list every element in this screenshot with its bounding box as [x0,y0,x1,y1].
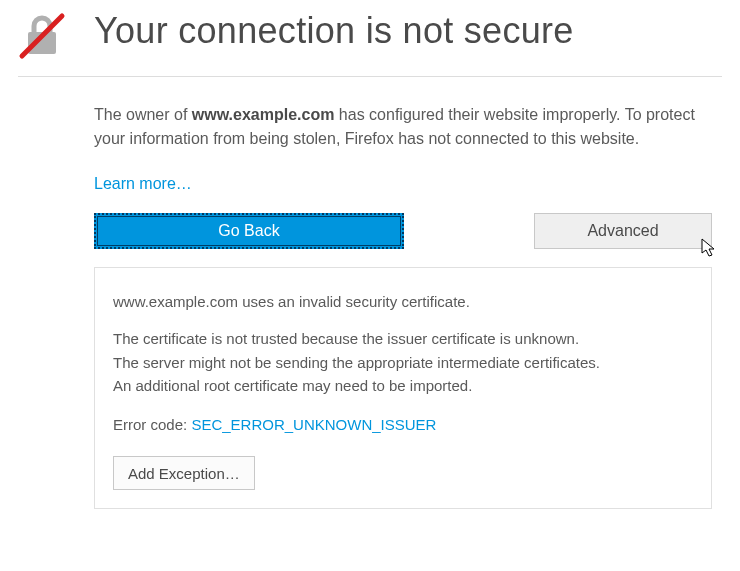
error-content: The owner of www.example.com has configu… [94,103,722,509]
learn-more-link[interactable]: Learn more… [94,175,192,193]
insecure-lock-icon [18,12,66,60]
details-line-root: An additional root certificate may need … [113,377,472,394]
error-code-link[interactable]: SEC_ERROR_UNKNOWN_ISSUER [191,416,436,433]
advanced-details-panel: www.example.com uses an invalid security… [94,267,712,509]
go-back-button[interactable]: Go Back [94,213,404,249]
desc-prefix: The owner of [94,106,192,123]
details-reason-group: The certificate is not trusted because t… [113,327,693,397]
error-header: Your connection is not secure [18,10,722,77]
details-line-intermediate: The server might not be sending the appr… [113,354,600,371]
details-line-invalid-cert: www.example.com uses an invalid security… [113,290,693,313]
error-code-label: Error code: [113,416,191,433]
details-line-not-trusted: The certificate is not trusted because t… [113,330,579,347]
error-code-line: Error code: SEC_ERROR_UNKNOWN_ISSUER [113,413,693,436]
add-exception-button[interactable]: Add Exception… [113,456,255,490]
error-description: The owner of www.example.com has configu… [94,103,722,151]
advanced-button[interactable]: Advanced [534,213,712,249]
advanced-button-label: Advanced [587,222,658,239]
button-row: Go Back Advanced [94,213,712,249]
error-title: Your connection is not secure [94,10,574,52]
cursor-icon [701,238,717,258]
desc-domain: www.example.com [192,106,335,123]
